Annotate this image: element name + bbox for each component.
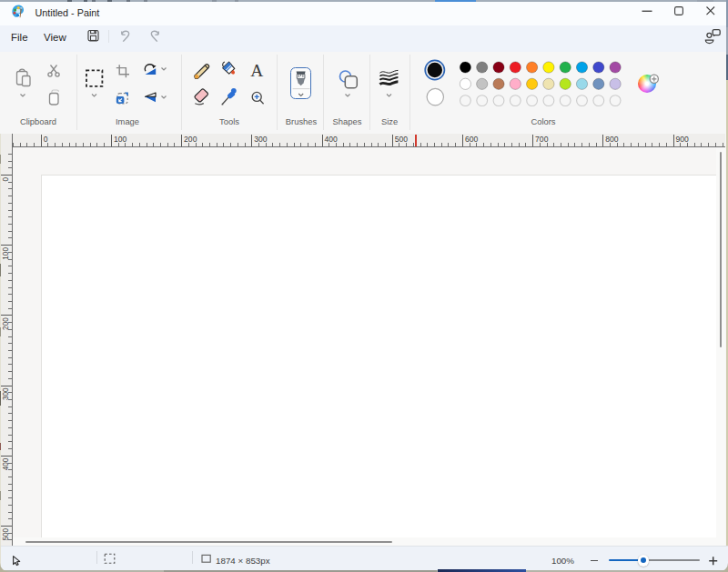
svg-text:500: 500: [2, 527, 10, 540]
svg-text:100: 100: [114, 135, 127, 144]
svg-text:500: 500: [395, 135, 409, 144]
svg-text:200: 200: [2, 317, 10, 330]
svg-text:400: 400: [2, 457, 10, 470]
svg-text:0: 0: [44, 135, 48, 144]
svg-text:400: 400: [325, 135, 339, 144]
svg-text:600: 600: [465, 135, 479, 144]
svg-text:100: 100: [2, 247, 10, 260]
svg-text:A: A: [250, 61, 263, 80]
svg-text:300: 300: [2, 387, 10, 400]
svg-text:200: 200: [184, 135, 197, 144]
svg-text:300: 300: [254, 135, 268, 144]
svg-text:800: 800: [605, 135, 619, 144]
svg-text:0: 0: [2, 176, 10, 181]
svg-text:900: 900: [676, 135, 690, 144]
svg-text:700: 700: [535, 135, 549, 144]
